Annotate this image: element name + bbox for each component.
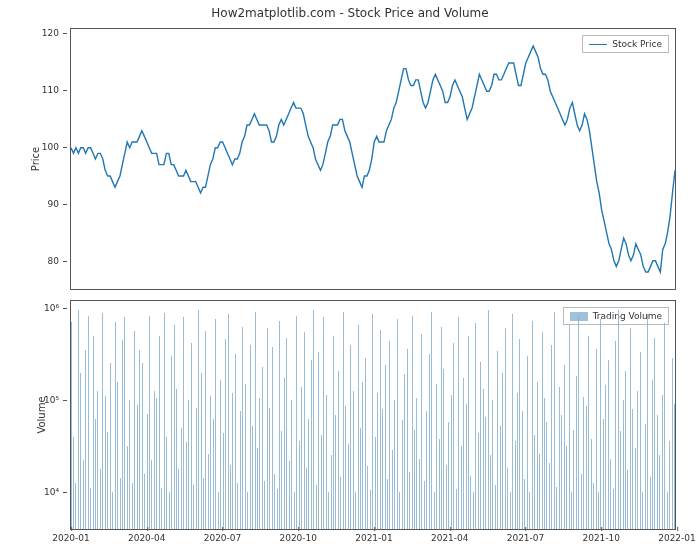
xtick: 2021-10 [582, 533, 620, 543]
ytick: 90 [48, 199, 63, 209]
xtick: 2022-01 [658, 533, 696, 543]
ytick: 10⁶ [44, 303, 63, 313]
xtick: 2021-07 [507, 533, 545, 543]
xtick: 2020-10 [279, 533, 317, 543]
price-axes: Price Stock Price 8090100110120 [70, 28, 676, 290]
price-ylabel: Price [30, 147, 41, 171]
xtick: 2021-04 [431, 533, 469, 543]
shared-xticks: 2020-012020-042020-072020-102021-012021-… [71, 533, 675, 547]
ytick: 10⁵ [44, 395, 63, 405]
ytick: 80 [48, 256, 63, 266]
figure: How2matplotlib.com - Stock Price and Vol… [0, 0, 700, 560]
ytick: 10⁴ [44, 487, 63, 497]
xtick: 2020-01 [52, 533, 90, 543]
xtick: 2020-04 [128, 533, 166, 543]
xtick: 2020-07 [204, 533, 242, 543]
ytick: 100 [42, 142, 63, 152]
price-line [71, 29, 675, 289]
figure-title: How2matplotlib.com - Stock Price and Vol… [0, 6, 700, 20]
volume-axes: Volume Trading Volume 10⁴10⁵10⁶ 2020-012… [70, 300, 676, 530]
xtick: 2021-01 [355, 533, 393, 543]
volume-bars [71, 301, 675, 529]
ytick: 110 [42, 85, 63, 95]
ytick: 120 [42, 28, 63, 38]
